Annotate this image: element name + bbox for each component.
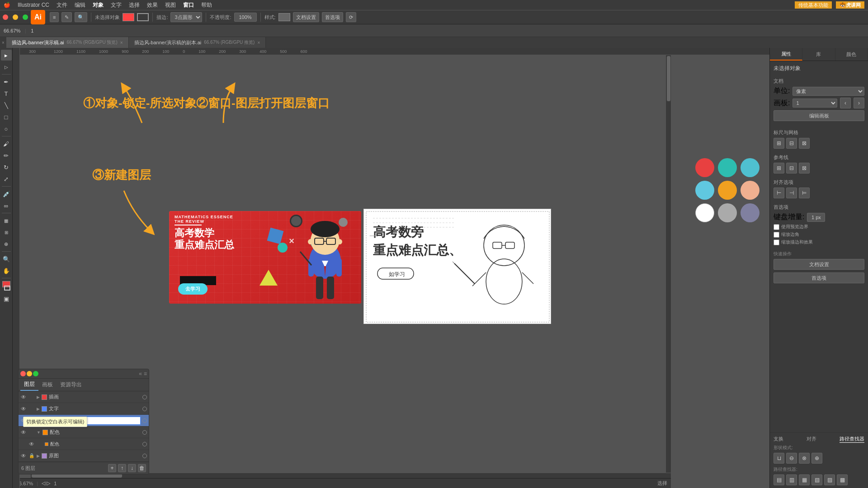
layer-row-0[interactable]: 👁 ▶ 插画 <box>19 391 149 403</box>
direct-select-tool[interactable]: ▷ <box>1 61 12 72</box>
swatch-purplegray[interactable] <box>741 203 760 222</box>
layers-min[interactable] <box>27 371 32 376</box>
ref-icon-2[interactable]: ⊟ <box>786 163 797 174</box>
rotate-tool[interactable]: ↻ <box>1 162 12 173</box>
layer-3-eye[interactable]: 👁 <box>20 429 27 436</box>
quick-pref[interactable]: 首选项 <box>774 272 864 283</box>
align-icon-3[interactable]: ⊠ <box>799 138 810 149</box>
ref-icon-3[interactable]: ⊠ <box>799 163 810 174</box>
eyedropper-tool[interactable]: 💉 <box>1 188 12 199</box>
swatch-cyan[interactable] <box>741 158 760 177</box>
arrange-icon-btn[interactable]: ⟳ <box>346 12 356 22</box>
style-swatch[interactable] <box>278 13 290 21</box>
pf-4[interactable]: ▧ <box>811 474 822 485</box>
scale-effects-cb[interactable] <box>774 239 779 245</box>
layer-0-eye[interactable]: 👁 <box>20 394 27 400</box>
rect-tool[interactable]: □ <box>1 112 12 122</box>
hand-tool[interactable]: ✋ <box>1 265 12 276</box>
swatch-orange[interactable] <box>718 181 737 200</box>
align-icon-1[interactable]: ⊞ <box>774 138 784 149</box>
swatch-teal[interactable] <box>718 158 737 177</box>
stroke-select[interactable]: 3点圆形 <box>170 12 202 22</box>
gradient-tool[interactable]: ▦ <box>1 215 12 226</box>
tools-btn[interactable]: ✎ <box>61 12 72 22</box>
layer-0-expand[interactable]: ▶ <box>37 395 40 399</box>
artboard-select[interactable]: 1 <box>793 99 837 108</box>
text-tool[interactable]: T <box>1 88 12 99</box>
layers-collapse[interactable]: « <box>139 371 142 377</box>
menu-edit[interactable]: 编辑 <box>75 1 85 9</box>
keyboard-input[interactable] <box>807 213 825 222</box>
align-opt-3[interactable]: ⊨ <box>799 188 810 198</box>
banner-learn-btn[interactable]: 去学习 <box>178 283 208 295</box>
line-tool[interactable]: ╲ <box>1 100 12 111</box>
layer-row-4[interactable]: 👁 🔒 ▶ 原图 <box>19 450 149 462</box>
fill-color[interactable] <box>123 13 134 21</box>
menu-effects[interactable]: 效果 <box>147 1 158 9</box>
minimize-btn[interactable] <box>13 14 18 20</box>
tab-2-close[interactable]: × <box>257 40 260 45</box>
shape-union[interactable]: ⊔ <box>774 453 784 464</box>
selection-tool[interactable]: ▸ <box>1 50 12 61</box>
layers-tab-layers[interactable]: 图层 <box>20 379 38 391</box>
pf-3[interactable]: ▦ <box>799 474 810 485</box>
tab-new[interactable]: × <box>0 37 6 48</box>
doc-settings-btn[interactable]: 文档设置 <box>293 12 319 22</box>
menu-window[interactable]: 窗口 <box>183 1 194 9</box>
mesh-tool[interactable]: ⊞ <box>1 227 12 238</box>
layer-row-1[interactable]: 👁 ▶ 文字 <box>19 403 149 415</box>
menu-file[interactable]: 文件 <box>57 1 67 9</box>
close-btn[interactable] <box>3 14 8 20</box>
tab-color[interactable]: 颜色 <box>835 48 868 61</box>
swatch-lightblue[interactable] <box>695 181 714 200</box>
menu-help[interactable]: 帮助 <box>201 1 212 9</box>
blend-tool[interactable]: ∞ <box>1 200 12 211</box>
layers-close[interactable] <box>20 371 26 376</box>
layers-menu[interactable]: ≡ <box>144 371 147 377</box>
menu-text[interactable]: 文字 <box>111 1 122 9</box>
pencil-tool[interactable]: ✏ <box>1 150 12 161</box>
shape-minus[interactable]: ⊖ <box>786 453 797 464</box>
shape-exclude[interactable]: ⊕ <box>811 453 822 464</box>
layer-1-expand[interactable]: ▶ <box>37 407 40 411</box>
zoom-tool[interactable]: 🔍 <box>1 253 12 264</box>
apple-menu[interactable]: 🍎 <box>4 2 10 8</box>
quick-doc-settings[interactable]: 文档设置 <box>774 259 864 270</box>
preferences-btn[interactable]: 首选项 <box>322 12 343 22</box>
layer-1-eye[interactable]: 👁 <box>20 406 27 412</box>
v-scroll-thumb[interactable] <box>667 56 670 101</box>
stroke-color[interactable] <box>137 13 149 21</box>
pf-5[interactable]: ▨ <box>824 474 835 485</box>
layers-move-up[interactable]: ↑ <box>118 464 126 472</box>
search-btn[interactable]: 🔍 <box>75 12 87 22</box>
arrange-btn[interactable]: ≡ <box>50 12 59 22</box>
swatch-white[interactable] <box>695 203 714 222</box>
tab-library[interactable]: 库 <box>802 48 835 61</box>
layer-row-3[interactable]: 👁 ▼ 配色 <box>19 427 149 438</box>
paintbrush-tool[interactable]: 🖌 <box>1 138 12 149</box>
swatch-gray[interactable] <box>718 203 737 222</box>
align-opt-2[interactable]: ⊣ <box>786 188 797 198</box>
shape-intersect[interactable]: ⊗ <box>799 453 810 464</box>
tab-1-close[interactable]: × <box>120 40 123 45</box>
ref-icon-1[interactable]: ⊞ <box>774 163 784 174</box>
pf-1[interactable]: ▤ <box>774 474 784 485</box>
layers-tab-export[interactable]: 资源导出 <box>57 379 85 390</box>
ellipse-tool[interactable]: ○ <box>1 123 12 134</box>
layers-tab-artboards[interactable]: 画板 <box>38 379 57 390</box>
layer-0-lock[interactable] <box>28 394 35 400</box>
layer-sub-lock[interactable] <box>37 441 43 447</box>
artboard-prev[interactable]: ‹ <box>840 98 851 108</box>
layer-3-lock[interactable] <box>28 429 35 436</box>
pathfinder-tab[interactable]: 路径查找器 <box>840 436 864 443</box>
layer-1-lock[interactable] <box>28 406 35 412</box>
pen-tool[interactable]: ✒ <box>1 76 12 87</box>
scale-tool[interactable]: ⤢ <box>1 174 12 184</box>
align-opt-1[interactable]: ⊢ <box>774 188 784 198</box>
tab-1[interactable]: 插边风-banner演示稿.ai 66.67% (RGB/GPU 预览) × <box>6 37 129 48</box>
screen-mode[interactable]: ▣ <box>1 293 12 304</box>
menu-illustrator[interactable]: Illustrator CC <box>18 2 49 8</box>
align-tab[interactable]: 对齐 <box>807 436 816 443</box>
tab-properties[interactable]: 属性 <box>770 48 802 61</box>
layers-move-down[interactable]: ↓ <box>128 464 136 472</box>
